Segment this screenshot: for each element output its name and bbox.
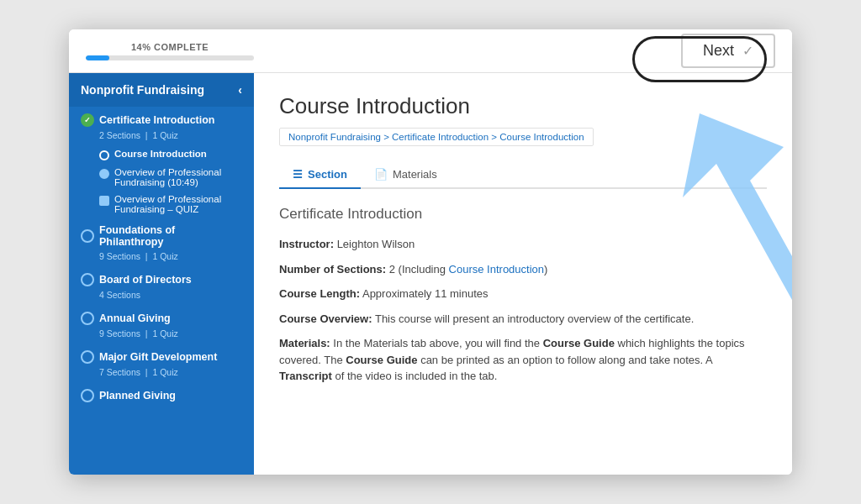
section-status-complete-icon: ✓: [81, 113, 94, 127]
top-bar: 14% COMPLETE Next ✓: [69, 29, 792, 73]
section-label-board: Board of Directors: [99, 274, 192, 286]
item-icon-active: [99, 150, 109, 160]
item-icon-quiz: [99, 196, 109, 206]
sidebar-section-planned: Planned Giving: [69, 382, 254, 404]
sidebar-header: Nonprofit Fundraising ‹: [69, 73, 254, 107]
main-layout: Nonprofit Fundraising ‹ ✓ Certificate In…: [69, 73, 792, 475]
progress-label: 14% COMPLETE: [131, 42, 209, 52]
course-guide-bold: Course Guide: [543, 337, 615, 349]
sidebar-section-major: Major Gift Development 7 Sections | 1 Qu…: [69, 344, 254, 382]
section-label-foundations: Foundations of Philanthropy: [99, 224, 242, 248]
tab-bar: ☰ Section 📄 Materials: [279, 161, 767, 189]
sidebar-section-title-major[interactable]: Major Gift Development: [69, 344, 254, 365]
breadcrumb: Nonprofit Fundraising > Certificate Intr…: [279, 128, 594, 146]
sidebar-section-title-board[interactable]: Board of Directors: [69, 266, 254, 288]
sidebar-item-overview-quiz[interactable]: Overview of Professional Fundraising – Q…: [69, 191, 254, 218]
main-window: 14% COMPLETE Next ✓ Nonprofit Fundraisin…: [69, 29, 792, 475]
progress-section: 14% COMPLETE: [86, 42, 254, 60]
course-guide-bold2: Course Guide: [346, 354, 417, 366]
overview-key: Course Overview:: [279, 312, 372, 325]
instructor-key: Instructor:: [279, 238, 334, 250]
info-overview: Course Overview: This course will presen…: [279, 311, 767, 328]
sidebar-title: Nonprofit Fundraising: [81, 83, 204, 97]
sidebar-section-title-certificate[interactable]: ✓ Certificate Introduction: [69, 107, 254, 129]
tab-section[interactable]: ☰ Section: [279, 161, 361, 189]
progress-bar-container: [86, 55, 254, 60]
section-status-annual-icon: [81, 312, 94, 325]
tab-materials[interactable]: 📄 Materials: [361, 161, 451, 189]
section-status-board-icon: [81, 273, 94, 286]
sidebar-item-course-intro[interactable]: Course Introduction: [69, 145, 254, 164]
content-area: Course Introduction Nonprofit Fundraisin…: [254, 73, 792, 475]
overview-value: This course will present an introductory…: [375, 312, 694, 325]
length-value: Approximately 11 minutes: [362, 287, 489, 300]
length-key: Course Length:: [279, 287, 360, 300]
check-icon: ✓: [742, 43, 753, 59]
section-status-partial-icon: [81, 229, 94, 243]
materials-tab-icon: 📄: [374, 168, 388, 181]
sidebar-section-title-annual[interactable]: Annual Giving: [69, 305, 254, 327]
section-label-major: Major Gift Development: [99, 351, 217, 363]
sidebar-section-certificate: ✓ Certificate Introduction 2 Sections | …: [69, 107, 254, 218]
tab-section-label: Section: [308, 168, 347, 181]
item-label-course-intro: Course Introduction: [114, 149, 207, 159]
materials-key: Materials:: [279, 337, 330, 349]
next-label: Next: [703, 42, 734, 60]
section-meta-annual: 9 Sections | 1 Quiz: [69, 327, 254, 344]
section-status-planned-icon: [81, 389, 94, 402]
item-icon-filled: [99, 169, 109, 179]
sidebar-section-foundations: Foundations of Philanthropy 9 Sections |…: [69, 218, 254, 266]
progress-bar-fill: [86, 55, 109, 60]
sections-value: 2 (Including: [389, 263, 449, 276]
section-label-annual: Annual Giving: [99, 312, 171, 324]
item-label-overview-video: Overview of Professional Fundraising (10…: [114, 167, 242, 187]
sidebar-section-title-foundations[interactable]: Foundations of Philanthropy: [69, 218, 254, 249]
sidebar-section-title-planned[interactable]: Planned Giving: [69, 382, 254, 404]
sidebar-item-overview-video[interactable]: Overview of Professional Fundraising (10…: [69, 164, 254, 191]
instructor-value: Leighton Wilson: [337, 238, 415, 250]
section-label: Certificate Introduction: [99, 114, 215, 126]
sidebar-section-annual: Annual Giving 9 Sections | 1 Quiz: [69, 305, 254, 344]
next-button[interactable]: Next ✓: [681, 34, 775, 68]
sections-key: Number of Sections:: [279, 263, 386, 276]
section-meta-certificate: 2 Sections | 1 Quiz: [69, 129, 254, 145]
transcript-bold: Transcript: [279, 370, 332, 382]
info-sections: Number of Sections: 2 (Including Course …: [279, 261, 767, 278]
section-label-planned: Planned Giving: [99, 390, 176, 402]
sidebar-section-board: Board of Directors 4 Sections: [69, 266, 254, 305]
section-subtitle: Certificate Introduction: [279, 206, 767, 223]
sidebar: Nonprofit Fundraising ‹ ✓ Certificate In…: [69, 73, 254, 475]
sections-close: ): [544, 263, 547, 276]
section-status-major-icon: [81, 350, 94, 364]
content-title: Course Introduction: [279, 93, 767, 119]
sidebar-collapse-icon[interactable]: ‹: [238, 83, 242, 97]
item-label-overview-quiz: Overview of Professional Fundraising – Q…: [114, 194, 242, 214]
section-meta-foundations: 9 Sections | 1 Quiz: [69, 249, 254, 266]
section-tab-icon: ☰: [293, 168, 303, 181]
tab-materials-label: Materials: [393, 168, 437, 181]
materials-text-1: In the Materials tab above, you will fin…: [333, 337, 542, 349]
course-intro-link[interactable]: Course Introduction: [449, 263, 544, 276]
section-meta-major: 7 Sections | 1 Quiz: [69, 365, 254, 382]
info-instructor: Instructor: Leighton Wilson: [279, 236, 767, 253]
info-length: Course Length: Approximately 11 minutes: [279, 286, 767, 302]
info-materials: Materials: In the Materials tab above, y…: [279, 335, 767, 385]
section-meta-board: 4 Sections: [69, 288, 254, 305]
